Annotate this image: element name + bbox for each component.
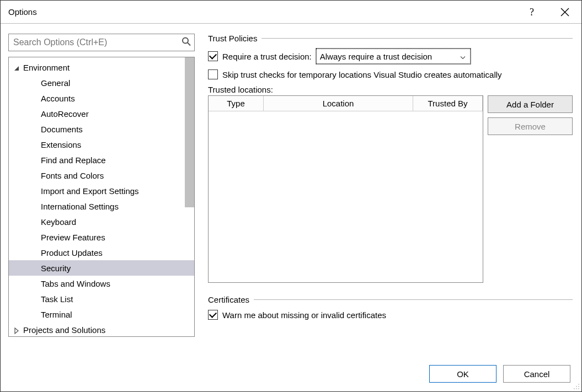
tree-item-tabs-windows[interactable]: Tabs and Windows [9, 276, 194, 291]
ok-button[interactable]: OK [429, 365, 496, 383]
trust-policies-header: Trust Policies [208, 34, 573, 43]
skip-trust-checkbox[interactable] [208, 69, 218, 79]
dialog-footer: OK Cancel [429, 365, 570, 383]
tree-parent-label: Projects and Solutions [20, 325, 105, 335]
options-tree[interactable]: Environment General Accounts AutoRecover… [8, 57, 195, 337]
svg-point-9 [578, 386, 579, 387]
titlebar: Options ? [1, 1, 581, 24]
close-icon[interactable] [556, 3, 574, 21]
trust-policies-title: Trust Policies [208, 34, 261, 43]
trusted-locations-table[interactable]: Type Location Trusted By [208, 95, 483, 283]
svg-point-11 [576, 388, 577, 389]
tree-item-security[interactable]: Security [9, 260, 194, 276]
tree-parent-projects[interactable]: Projects and Solutions [9, 322, 194, 337]
col-header-location[interactable]: Location [264, 96, 413, 111]
expander-closed-icon [13, 326, 20, 333]
search-input[interactable] [8, 34, 195, 51]
chevron-down-icon [460, 52, 466, 61]
remove-button[interactable]: Remove [488, 117, 573, 135]
cancel-button[interactable]: Cancel [503, 365, 570, 383]
add-folder-button[interactable]: Add a Folder [488, 95, 573, 113]
require-trust-checkbox[interactable] [208, 51, 218, 61]
svg-marker-5 [14, 66, 19, 71]
skip-trust-label: Skip trust checks for temporary location… [222, 70, 502, 79]
svg-point-3 [183, 38, 188, 44]
expander-open-icon [13, 64, 20, 71]
tree-item-product-updates[interactable]: Product Updates [9, 245, 194, 260]
col-header-trusted-by[interactable]: Trusted By [413, 96, 483, 111]
tree-parent-environment[interactable]: Environment [9, 60, 194, 75]
trusted-locations-label: Trusted locations: [208, 85, 573, 94]
tree-item-import-export[interactable]: Import and Export Settings [9, 183, 194, 198]
warn-certificates-checkbox[interactable] [208, 310, 218, 320]
tree-scrollbar[interactable] [185, 57, 194, 207]
tree-item-keyboard[interactable]: Keyboard [9, 214, 194, 229]
tree-item-fonts-and-colors[interactable]: Fonts and Colors [9, 168, 194, 183]
require-trust-label: Require a trust decision: [222, 52, 312, 61]
tree-item-general[interactable]: General [9, 75, 194, 90]
trust-decision-select[interactable]: Always require a trust decision [316, 49, 471, 64]
svg-point-12 [578, 388, 579, 389]
help-icon[interactable]: ? [523, 3, 541, 21]
svg-text:?: ? [530, 7, 534, 18]
col-header-type[interactable]: Type [209, 96, 264, 111]
tree-item-international[interactable]: International Settings [9, 198, 194, 214]
tree-item-terminal[interactable]: Terminal [9, 307, 194, 322]
tree-item-preview-features[interactable]: Preview Features [9, 229, 194, 245]
certificates-title: Certificates [208, 295, 254, 304]
dialog-title: Options [8, 7, 37, 17]
svg-point-8 [576, 386, 577, 387]
warn-certificates-label: Warn me about missing or invalid certifi… [222, 310, 386, 320]
trust-decision-value: Always require a trust decision [320, 52, 432, 61]
svg-line-4 [188, 43, 190, 46]
certificates-header: Certificates [208, 295, 573, 304]
svg-point-10 [574, 388, 575, 389]
tree-item-task-list[interactable]: Task List [9, 291, 194, 307]
tree-item-extensions[interactable]: Extensions [9, 137, 194, 152]
tree-item-find-and-replace[interactable]: Find and Replace [9, 152, 194, 168]
resize-grip-icon[interactable] [572, 382, 580, 390]
tree-item-documents[interactable]: Documents [9, 121, 194, 137]
svg-point-7 [578, 384, 579, 385]
search-icon[interactable] [181, 37, 191, 49]
tree-item-autorecover[interactable]: AutoRecover [9, 106, 194, 121]
svg-marker-6 [15, 328, 18, 334]
tree-item-accounts[interactable]: Accounts [9, 90, 194, 106]
tree-parent-label: Environment [20, 63, 70, 72]
